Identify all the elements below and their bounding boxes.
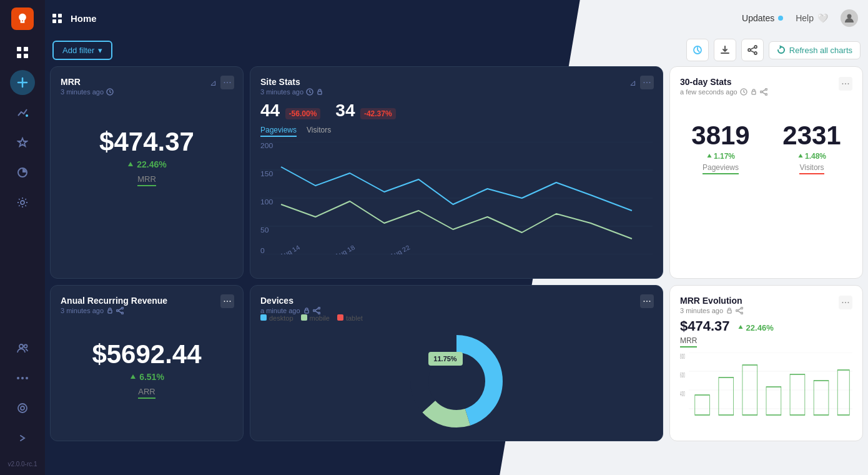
filter-arrow-icon: ▾ <box>98 46 102 55</box>
tab-visitors[interactable]: Visitors <box>307 126 331 137</box>
stats-30-card: 30-day Stats a few seconds ago ··· 3819 <box>669 66 863 279</box>
app-logo[interactable] <box>11 8 34 30</box>
sidebar-item-more[interactable] <box>10 366 35 391</box>
svg-point-38 <box>760 91 762 93</box>
donut-chart: 11.75% <box>400 328 513 428</box>
devices-more-icon[interactable]: ··· <box>640 294 654 308</box>
devices-legend: desktop mobile tablet <box>260 314 653 322</box>
svg-text:200: 200 <box>260 142 273 149</box>
svg-rect-70 <box>814 381 829 415</box>
svg-point-7 <box>19 344 23 348</box>
up-arrow-icon <box>127 161 134 168</box>
lock-icon <box>316 88 323 96</box>
site-stats-actions: ⊿ ··· <box>629 76 654 89</box>
mrr-evo-card: MRR Evolution 3 minutes ago ··· $474.37 … <box>669 285 863 441</box>
add-filter-button[interactable]: Add filter ▾ <box>52 41 112 60</box>
stats-30-grid: 3819 1.17% Pageviews 2331 1.48% <box>680 121 852 174</box>
mrr-evo-title: MRR Evolution <box>680 296 743 306</box>
svg-point-10 <box>21 377 24 379</box>
dashboard-grid: MRR 3 minutes ago ⊿ ··· $474.37 22.46% M… <box>45 66 868 441</box>
sidebar-item-settings[interactable] <box>10 190 35 215</box>
sidebar-item-analytics[interactable] <box>10 100 35 125</box>
svg-rect-3 <box>24 54 28 58</box>
mrr-evo-value: $474.37 <box>680 318 730 334</box>
sidebar-item-add[interactable] <box>10 70 35 95</box>
refresh-all-button[interactable]: Refresh all charts <box>769 41 861 59</box>
site-stats-numbers: 44 -56.00% 34 -42.37% <box>260 101 653 121</box>
svg-point-17 <box>748 49 751 51</box>
mrr-card-subtitle: 3 minutes ago <box>61 88 233 96</box>
svg-text:50: 50 <box>260 226 269 233</box>
sidebar-item-reports[interactable] <box>10 160 35 185</box>
stats-30-pageviews-label[interactable]: Pageviews <box>703 163 739 174</box>
svg-rect-2 <box>17 54 21 58</box>
site-stats-more-icon[interactable]: ··· <box>640 76 654 89</box>
legend-mobile: mobile <box>301 314 330 322</box>
user-avatar[interactable] <box>841 9 858 27</box>
sidebar-item-users[interactable] <box>10 336 35 361</box>
lock-icon-4 <box>303 307 310 314</box>
mrr-filter-icon[interactable]: ⊿ <box>210 78 217 88</box>
home-label: Home <box>71 13 97 24</box>
mrr-change: 22.46% <box>61 159 233 169</box>
mrr-card-actions: ⊿ ··· <box>210 76 234 89</box>
mrr-evo-change: 22.46% <box>737 323 774 332</box>
site-stats-chart: 200 150 100 50 0 Aug 14 Aug 18 Aug 22 <box>260 142 653 254</box>
svg-point-41 <box>122 308 124 309</box>
site-stats-subtitle: 3 minutes ago <box>260 88 653 96</box>
share-button[interactable] <box>741 39 764 61</box>
svg-text:400: 400 <box>680 391 685 398</box>
svg-rect-36 <box>752 91 756 94</box>
svg-text:600: 600 <box>680 372 685 379</box>
arr-more-icon[interactable]: ··· <box>220 294 234 308</box>
updates-label: Updates <box>742 13 774 23</box>
arr-label: ARR <box>138 387 155 399</box>
devices-title: Devices <box>260 296 653 306</box>
svg-rect-66 <box>719 378 734 415</box>
stats-30-more-icon[interactable]: ··· <box>839 77 852 91</box>
mrr-card-title: MRR <box>61 77 233 87</box>
arr-value: $5692.44 <box>61 339 233 369</box>
svg-point-9 <box>17 377 19 379</box>
download-button[interactable] <box>714 39 736 61</box>
site-stats-title: Site Stats <box>260 77 653 87</box>
arr-card: Anual Recurring Revenue 3 minutes ago ··… <box>50 285 244 441</box>
svg-point-55 <box>741 308 743 309</box>
arr-label-wrap: ARR <box>61 384 233 399</box>
svg-point-45 <box>318 308 320 309</box>
tab-pageviews[interactable]: Pageviews <box>260 126 297 137</box>
updates-dot-icon <box>778 16 783 21</box>
mrr-label: MRR <box>137 174 156 186</box>
up-arrow-icon-2 <box>706 153 713 159</box>
clock-icon <box>106 88 114 96</box>
refresh-all-label: Refresh all charts <box>789 46 852 55</box>
svg-point-4 <box>26 114 28 117</box>
help-button[interactable]: Help 🤍 <box>796 13 828 23</box>
updates-button[interactable]: Updates <box>742 13 783 23</box>
chart-icon-button[interactable] <box>686 39 709 61</box>
svg-rect-44 <box>305 310 308 313</box>
visitors-value: 34 <box>335 101 355 120</box>
mrr-more-icon[interactable]: ··· <box>220 76 234 89</box>
stats-30-visitors-change: 1.48% <box>771 152 852 161</box>
stat-tabs: Pageviews Visitors <box>260 126 653 137</box>
svg-text:100: 100 <box>260 198 273 205</box>
add-filter-label: Add filter <box>62 46 94 55</box>
stats-30-visitors-label[interactable]: Visitors <box>799 163 824 174</box>
arr-card-title: Anual Recurring Revenue <box>61 296 233 306</box>
pageviews-stat: 44 -56.00% <box>260 101 320 121</box>
svg-text:11.75%: 11.75% <box>433 355 457 362</box>
svg-point-11 <box>26 377 28 379</box>
sidebar-item-watch[interactable] <box>10 396 35 421</box>
svg-point-56 <box>736 310 738 312</box>
home-nav[interactable]: Home <box>52 13 97 24</box>
lock-icon-2 <box>750 88 757 96</box>
sidebar-item-plugins[interactable] <box>10 130 35 155</box>
site-stats-filter-icon[interactable]: ⊿ <box>629 78 636 88</box>
sidebar-item-grid[interactable] <box>10 40 35 65</box>
sidebar-item-expand[interactable] <box>10 426 35 451</box>
svg-text:Aug 22: Aug 22 <box>388 244 412 254</box>
mrr-label-wrap: MRR <box>61 172 233 186</box>
mrr-evo-more-icon[interactable]: ··· <box>839 296 852 309</box>
svg-point-39 <box>765 94 767 96</box>
